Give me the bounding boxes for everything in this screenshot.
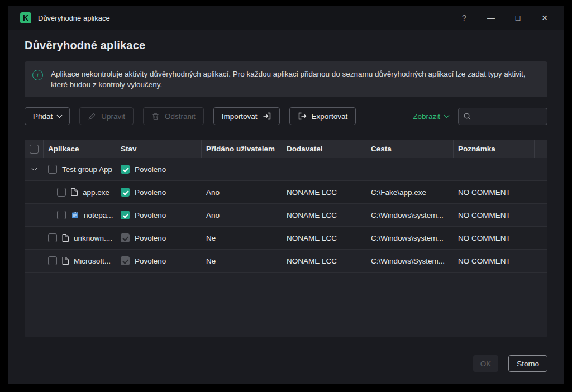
delete-button-label: Odstranit [165, 112, 196, 121]
info-icon: i [32, 70, 43, 80]
toolbar: Přidat Upravit Odstranit Importovat [25, 107, 547, 125]
status-label: Povoleno [135, 188, 166, 197]
export-button[interactable]: Exportovat [289, 107, 356, 125]
app-name: app.exe [83, 188, 109, 197]
column-header-stav[interactable]: Stav [116, 140, 202, 158]
cell-vendor: NONAME LCC [282, 188, 366, 197]
table-row[interactable]: app.exe Povoleno Ano NONAME LCC C:\Fake\… [25, 181, 547, 204]
column-header-dodavatel[interactable]: Dodavatel [282, 140, 366, 158]
add-button[interactable]: Přidat [25, 107, 70, 125]
applications-table: Aplikace Stav Přidáno uživatelem Dodavat… [25, 140, 547, 337]
import-icon [263, 112, 271, 121]
status-checkbox[interactable] [121, 165, 130, 174]
minimize-button[interactable]: — [485, 12, 497, 24]
cell-comment: NO COMMENT [454, 257, 535, 265]
cell-vendor: NONAME LCC [282, 234, 366, 242]
search-icon [463, 112, 471, 121]
import-button-label: Importovat [222, 112, 258, 121]
cell-comment: NO COMMENT [454, 188, 535, 197]
cancel-button[interactable]: Storno [508, 355, 547, 372]
column-header-aplikace[interactable]: Aplikace [44, 140, 116, 158]
column-header-cesta[interactable]: Cesta [366, 140, 454, 158]
file-icon [62, 257, 69, 265]
cell-name: app.exe [44, 188, 116, 197]
export-icon [298, 112, 307, 121]
status-checkbox[interactable] [121, 233, 130, 242]
import-button[interactable]: Importovat [213, 107, 280, 125]
table-group-row[interactable]: Test group App Povoleno [25, 158, 547, 181]
cell-path: C:\Windows\System... [366, 257, 454, 265]
info-banner: i Aplikace nekontroluje aktivity důvěryh… [25, 61, 547, 97]
pencil-icon [88, 112, 96, 121]
notepad-icon [71, 211, 79, 219]
close-button[interactable]: ✕ [538, 12, 551, 24]
cell-status: Povoleno [116, 211, 202, 219]
cell-comment: NO COMMENT [454, 234, 535, 242]
row-checkbox[interactable] [48, 165, 57, 174]
cell-name: Microsoft... [44, 256, 116, 265]
cell-vendor: NONAME LCC [282, 211, 366, 219]
row-checkbox[interactable] [57, 211, 66, 219]
footer: OK Storno [8, 337, 564, 384]
cell-path: C:\Windows\system... [366, 211, 454, 219]
cell-name: unknown.... [44, 233, 116, 242]
cell-status: Povoleno [116, 165, 202, 174]
app-name: unknown.... [74, 234, 112, 242]
page-title: Důvěryhodné aplikace [25, 39, 547, 52]
table-row[interactable]: notepa... Povoleno Ano NONAME LCC C:\Win… [25, 204, 547, 227]
cell-name: notepa... [44, 211, 116, 219]
chevron-down-icon [57, 112, 63, 118]
column-header-poznamka[interactable]: Poznámka [454, 140, 535, 158]
info-text: Aplikace nekontroluje aktivity důvěryhod… [51, 69, 536, 90]
table-row[interactable]: Microsoft... Povoleno Ne NONAME LCC C:\W… [25, 250, 547, 273]
cell-vendor: NONAME LCC [282, 257, 366, 265]
header-checkbox-cell [25, 140, 44, 158]
cell-added: Ne [202, 234, 282, 242]
column-header-pridano[interactable]: Přidáno uživatelem [202, 140, 282, 158]
app-name: notepa... [84, 211, 113, 219]
file-icon [71, 188, 78, 196]
table-empty-area [25, 273, 547, 337]
cell-name: Test group App [44, 165, 116, 174]
status-checkbox[interactable] [121, 211, 130, 219]
cell-path: C:\Windows\system... [366, 234, 454, 242]
cell-status: Povoleno [116, 188, 202, 197]
group-name: Test group App [62, 165, 112, 174]
window-title: Důvěryhodné aplikace [38, 14, 110, 22]
status-label: Povoleno [135, 234, 166, 242]
cell-path: C:\Fake\app.exe [366, 188, 454, 197]
edit-button-label: Upravit [101, 112, 125, 121]
table-header: Aplikace Stav Přidáno uživatelem Dodavat… [25, 140, 547, 158]
ok-button[interactable]: OK [473, 355, 499, 372]
row-checkbox[interactable] [48, 256, 57, 265]
table-body: Test group App Povoleno [25, 158, 547, 337]
edit-button[interactable]: Upravit [79, 107, 134, 125]
trash-icon [151, 112, 160, 121]
search-box[interactable] [458, 108, 547, 125]
status-label: Povoleno [135, 257, 166, 265]
search-input[interactable] [475, 112, 542, 121]
row-checkbox[interactable] [57, 188, 66, 197]
column-header-end [535, 140, 547, 158]
cell-added: Ne [202, 257, 282, 265]
collapse-group-icon[interactable] [31, 168, 37, 170]
content: Důvěryhodné aplikace i Aplikace nekontro… [8, 30, 564, 337]
help-button[interactable]: ? [458, 12, 470, 24]
status-checkbox[interactable] [121, 256, 130, 265]
export-button-label: Exportovat [312, 112, 348, 121]
show-filter-link[interactable]: Zobrazit [413, 112, 449, 121]
cell-status: Povoleno [116, 233, 202, 242]
select-all-checkbox[interactable] [30, 145, 39, 154]
row-checkbox[interactable] [48, 233, 57, 242]
table-row[interactable]: unknown.... Povoleno Ne NONAME LCC C:\Wi… [25, 227, 547, 250]
app-window: K Důvěryhodné aplikace ? — □ ✕ Důvěryhod… [8, 6, 564, 384]
kaspersky-logo-icon: K [20, 12, 31, 23]
chevron-down-icon [444, 112, 450, 118]
delete-button[interactable]: Odstranit [143, 107, 204, 125]
maximize-button[interactable]: □ [512, 12, 524, 24]
add-button-label: Přidat [33, 112, 53, 121]
status-label: Povoleno [135, 165, 166, 174]
status-label: Povoleno [135, 211, 166, 219]
status-checkbox[interactable] [121, 188, 130, 197]
cell-added: Ano [202, 211, 282, 219]
